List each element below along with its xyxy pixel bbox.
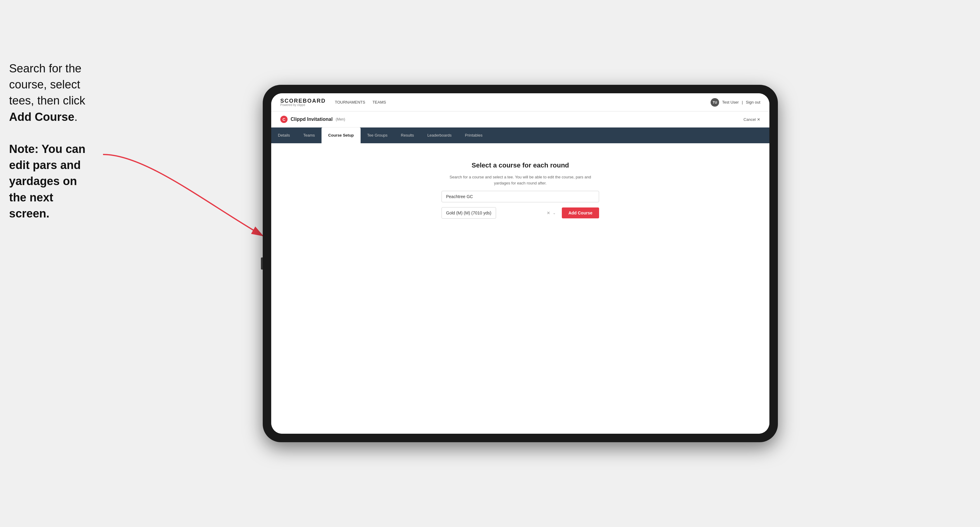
tab-details[interactable]: Details (271, 127, 297, 143)
tee-select[interactable]: Gold (M) (M) (7010 yds) (442, 207, 496, 219)
cancel-icon: ✕ (757, 117, 760, 122)
logo-subtitle: Powered by clippd (280, 103, 326, 106)
tournament-header: C Clippd Invitational (Men) Cancel ✕ (271, 111, 769, 127)
tournament-badge: (Men) (336, 117, 345, 121)
annotation-bold: Add Course (9, 111, 74, 123)
nav-link-tournaments[interactable]: TOURNAMENTS (335, 99, 365, 106)
course-setup-card: Select a course for each round Search fo… (442, 162, 599, 219)
nav-right: TU Test User | Sign out (711, 98, 760, 106)
card-subtitle: Search for a course and select a tee. Yo… (442, 174, 599, 186)
tab-printables[interactable]: Printables (458, 127, 489, 143)
logo-title: SCOREBOARD (280, 98, 326, 103)
cancel-label: Cancel (744, 117, 756, 122)
arrow-indicator (85, 148, 273, 245)
user-avatar: TU (711, 98, 719, 106)
tab-results[interactable]: Results (394, 127, 421, 143)
tee-select-row: Gold (M) (M) (7010 yds) ✕ ⌄ Add Course (442, 207, 599, 219)
top-navigation: SCOREBOARD Powered by clippd TOURNAMENTS… (271, 93, 769, 111)
annotation-block: Search for the course, select tees, then… (9, 60, 94, 222)
nav-separator: | (742, 100, 743, 105)
sign-out-link[interactable]: Sign out (746, 100, 760, 105)
annotation-end: . (74, 111, 78, 123)
nav-left: SCOREBOARD Powered by clippd TOURNAMENTS… (280, 98, 386, 106)
tablet-power-button (261, 257, 263, 270)
tee-select-wrapper: Gold (M) (M) (7010 yds) ✕ ⌄ (442, 207, 559, 219)
card-title: Select a course for each round (471, 162, 569, 169)
logo-area: SCOREBOARD Powered by clippd (280, 98, 326, 106)
cancel-button[interactable]: Cancel ✕ (744, 117, 760, 122)
tab-tee-groups[interactable]: Tee Groups (361, 127, 394, 143)
user-label: Test User (722, 100, 739, 105)
tablet-device: SCOREBOARD Powered by clippd TOURNAMENTS… (263, 85, 778, 442)
course-search-input[interactable] (442, 191, 599, 202)
tee-chevron-icon: ⌄ (553, 211, 556, 215)
tab-leaderboards[interactable]: Leaderboards (421, 127, 458, 143)
tee-clear-icon[interactable]: ✕ (547, 211, 550, 215)
tablet-screen: SCOREBOARD Powered by clippd TOURNAMENTS… (271, 93, 769, 434)
main-content: Select a course for each round Search fo… (271, 143, 769, 434)
tab-bar: Details Teams Course Setup Tee Groups Re… (271, 127, 769, 143)
tournament-name: Clippd Invitational (291, 117, 333, 122)
nav-links: TOURNAMENTS TEAMS (335, 99, 386, 106)
tab-course-setup[interactable]: Course Setup (321, 127, 361, 143)
add-course-button[interactable]: Add Course (562, 208, 599, 218)
tournament-title-area: C Clippd Invitational (Men) (280, 116, 345, 123)
annotation-note: Note: You can edit pars and yardages on … (9, 143, 86, 220)
tournament-icon: C (280, 116, 288, 123)
nav-link-teams[interactable]: TEAMS (372, 99, 386, 106)
annotation-line1: Search for the course, select tees, then… (9, 62, 85, 107)
tab-teams[interactable]: Teams (297, 127, 321, 143)
